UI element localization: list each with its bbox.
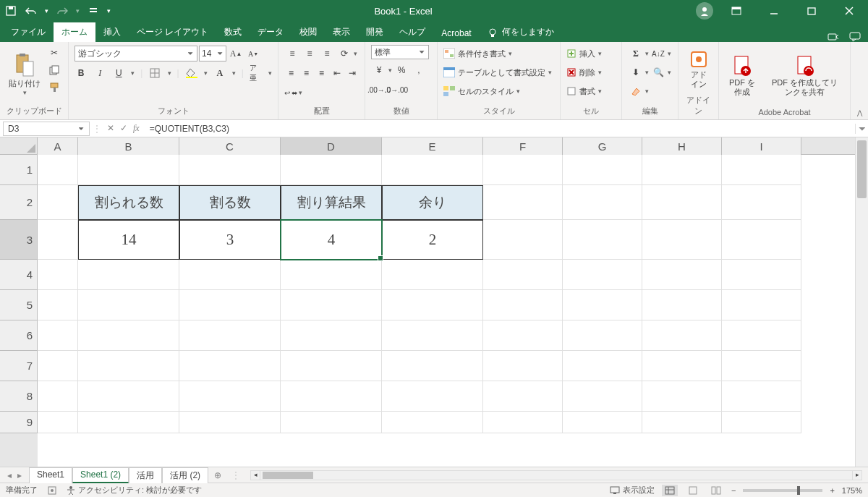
- addin-button[interactable]: アドイン: [684, 45, 712, 93]
- cell-C6[interactable]: [179, 320, 281, 351]
- cell-H5[interactable]: [642, 290, 722, 320]
- cell-E7[interactable]: [382, 351, 483, 381]
- cond-format-button[interactable]: 条件付き書式 ▾: [443, 45, 554, 62]
- zoom-in-icon[interactable]: +: [830, 486, 834, 495]
- bold-button[interactable]: B: [75, 65, 88, 81]
- cell-F1[interactable]: [483, 155, 563, 185]
- row-header-6[interactable]: 6: [0, 320, 38, 351]
- cell-F4[interactable]: [483, 260, 563, 290]
- tell-me[interactable]: 何をしますか: [480, 22, 562, 42]
- cell-B2[interactable]: 割られる数: [78, 185, 179, 220]
- font-size-select[interactable]: 14⏷: [199, 46, 226, 61]
- cell-D6[interactable]: [281, 320, 382, 351]
- zoom-slider[interactable]: [743, 489, 822, 492]
- cell-styles-button[interactable]: セルのスタイル ▾: [443, 82, 554, 100]
- comments-icon[interactable]: [849, 32, 861, 42]
- col-header-E[interactable]: E: [382, 137, 483, 155]
- cell-H1[interactable]: [642, 155, 722, 185]
- tab-layout[interactable]: ページ レイアウト: [129, 22, 216, 42]
- format-table-button[interactable]: テーブルとして書式設定 ▾: [443, 64, 554, 81]
- cell-G3[interactable]: [563, 220, 642, 260]
- cell-B1[interactable]: [78, 155, 179, 185]
- cell-A8[interactable]: [38, 381, 78, 412]
- minimize-button[interactable]: [760, 0, 788, 22]
- cell-E9[interactable]: [382, 412, 483, 433]
- row-header-5[interactable]: 5: [0, 290, 38, 320]
- zoom-level[interactable]: 175%: [842, 486, 862, 495]
- cell-F2[interactable]: [483, 185, 563, 220]
- cell-F9[interactable]: [483, 412, 563, 433]
- accessibility-status[interactable]: アクセシビリティ: 検討が必要です: [67, 485, 202, 496]
- cell-G6[interactable]: [563, 320, 642, 351]
- cell-A5[interactable]: [38, 290, 78, 320]
- indent-dec-icon[interactable]: ⇤: [330, 65, 344, 81]
- cell-E1[interactable]: [382, 155, 483, 185]
- accounting-icon[interactable]: ¥: [371, 62, 387, 78]
- cell-H8[interactable]: [642, 381, 722, 412]
- merge-icon[interactable]: ⬌: [292, 85, 297, 101]
- cell-H6[interactable]: [642, 320, 722, 351]
- align-left-icon[interactable]: ≡: [284, 65, 298, 81]
- redo-more-icon[interactable]: ▾: [76, 7, 80, 14]
- wrap-text-icon[interactable]: ↩: [284, 85, 290, 101]
- cell-I4[interactable]: [722, 260, 801, 290]
- cell-C4[interactable]: [179, 260, 281, 290]
- account-icon[interactable]: [696, 2, 713, 20]
- cell-B3[interactable]: 14: [78, 220, 179, 260]
- page-break-view-icon[interactable]: [708, 485, 724, 496]
- tab-developer[interactable]: 開発: [358, 22, 391, 42]
- align-top-icon[interactable]: ≡: [284, 46, 300, 61]
- tab-review[interactable]: 校閲: [292, 22, 325, 42]
- hscroll-thumb[interactable]: [263, 472, 313, 479]
- ribbon-options-icon[interactable]: [722, 0, 751, 22]
- cell-E2[interactable]: 余り: [382, 185, 483, 220]
- col-header-B[interactable]: B: [78, 137, 179, 155]
- autosum-icon[interactable]: Σ: [628, 46, 644, 61]
- border-icon[interactable]: [148, 65, 161, 81]
- clear-icon[interactable]: [628, 83, 644, 99]
- fill-color-icon[interactable]: [185, 65, 198, 81]
- cell-C8[interactable]: [179, 381, 281, 412]
- phonetic-icon[interactable]: ア亜: [250, 65, 263, 81]
- cell-I2[interactable]: [722, 185, 801, 220]
- cell-G4[interactable]: [563, 260, 642, 290]
- cell-C7[interactable]: [179, 351, 281, 381]
- row-header-4[interactable]: 4: [0, 260, 38, 290]
- align-right-icon[interactable]: ≡: [315, 65, 328, 81]
- comma-icon[interactable]: ,: [411, 62, 427, 78]
- cell-A6[interactable]: [38, 320, 78, 351]
- col-header-A[interactable]: A: [38, 137, 78, 155]
- vertical-scrollbar[interactable]: [855, 137, 868, 467]
- insert-cells-button[interactable]: 挿入 ▾: [566, 45, 616, 62]
- shrink-font-icon[interactable]: A▼: [245, 46, 261, 61]
- cell-G9[interactable]: [563, 412, 642, 433]
- row-header-9[interactable]: 9: [0, 412, 38, 433]
- cell-G5[interactable]: [563, 290, 642, 320]
- cell-D7[interactable]: [281, 351, 382, 381]
- row-header-3[interactable]: 3: [0, 220, 38, 260]
- cell-I1[interactable]: [722, 155, 801, 185]
- cell-A1[interactable]: [38, 155, 78, 185]
- sheet-tab[interactable]: Sheet1 (2): [72, 467, 129, 483]
- normal-view-icon[interactable]: [662, 485, 678, 496]
- cell-G1[interactable]: [563, 155, 642, 185]
- format-cells-button[interactable]: 書式 ▾: [566, 82, 616, 100]
- macro-record-icon[interactable]: [48, 486, 56, 495]
- row-header-8[interactable]: 8: [0, 381, 38, 412]
- cell-A3[interactable]: [38, 220, 78, 260]
- sheet-tab[interactable]: 活用: [129, 467, 162, 483]
- cell-I7[interactable]: [722, 351, 801, 381]
- underline-button[interactable]: U: [112, 65, 125, 81]
- horizontal-scrollbar[interactable]: ◂ ▸: [250, 470, 862, 480]
- grow-font-icon[interactable]: A▲: [228, 46, 244, 61]
- indent-inc-icon[interactable]: ⇥: [345, 65, 359, 81]
- fx-icon[interactable]: fx: [133, 123, 140, 134]
- cell-H4[interactable]: [642, 260, 722, 290]
- tab-home[interactable]: ホーム: [54, 22, 95, 42]
- cell-G2[interactable]: [563, 185, 642, 220]
- col-header-H[interactable]: H: [642, 137, 722, 155]
- row-header-1[interactable]: 1: [0, 155, 38, 185]
- cell-D3[interactable]: 4: [281, 220, 382, 260]
- tab-file[interactable]: ファイル: [3, 22, 54, 42]
- cell-I9[interactable]: [722, 412, 801, 433]
